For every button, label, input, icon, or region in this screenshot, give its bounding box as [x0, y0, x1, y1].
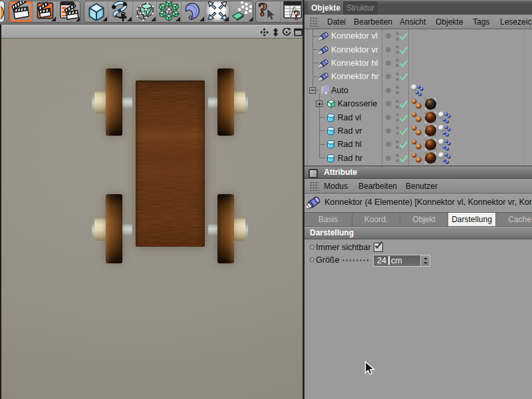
panel-tab-struktur[interactable]: Struktur [343, 1, 378, 15]
enabled-check-icon[interactable] [399, 154, 408, 166]
object-row-konnektor-hr[interactable]: Konnektor hr [303, 70, 532, 83]
menu-modus[interactable]: Modus [324, 179, 348, 194]
toolbar-button-content-browser[interactable]: ? [281, 1, 305, 22]
stepper-down-icon[interactable] [424, 262, 428, 264]
tag-phong-icon[interactable] [410, 111, 423, 124]
groesse-input-inner[interactable]: 24 cm [374, 255, 421, 266]
layer-dot[interactable] [386, 101, 391, 106]
submenu-corner-icon [51, 17, 56, 21]
immer-sichtbar-checkbox[interactable] [374, 243, 383, 252]
tag-dynamics-body-icon[interactable] [438, 138, 450, 151]
attr-tab-cache[interactable]: Cache [496, 213, 532, 226]
menu-lesezeich[interactable]: Lesezeich [500, 15, 532, 29]
viewport-left-edge [0, 25, 1, 399]
viewport-rotate-icon[interactable] [282, 27, 291, 36]
object-name[interactable]: Rad hr [338, 154, 363, 163]
stepper-up-icon[interactable] [424, 257, 428, 259]
attr-tab-basis[interactable]: Basis [305, 213, 352, 226]
tag-phong-icon[interactable] [410, 124, 423, 137]
tag-dynamics-body-icon[interactable] [410, 84, 423, 96]
toolbar-button-add-array-modeling[interactable] [157, 1, 181, 22]
object-name[interactable]: Rad hl [338, 140, 362, 149]
object-row-konnektor-vl[interactable]: Konnektor vl [303, 29, 532, 43]
object-name[interactable]: Konnektor hl [331, 59, 378, 68]
tag-texture-dark-icon[interactable] [424, 98, 437, 110]
param-dot-icon[interactable] [310, 245, 315, 249]
tag-dynamics-body-icon[interactable] [438, 111, 450, 124]
connector-icon [319, 45, 329, 58]
menu-datei[interactable]: Datei [327, 15, 346, 29]
object-row-karosserie[interactable]: Karosserie [303, 97, 532, 110]
object-name[interactable]: Konnektor vr [331, 45, 378, 55]
layer-dot[interactable] [386, 115, 391, 120]
toolbar-button-add-hypernurbs[interactable] [133, 1, 157, 22]
layer-dot[interactable] [386, 74, 391, 79]
layer-dot[interactable] [386, 156, 391, 161]
attr-tab-darstellung[interactable]: Darstellung [448, 213, 496, 226]
viewport-pan-icon[interactable] [260, 27, 269, 36]
layer-dot[interactable] [386, 47, 391, 53]
toolbar-button-add-environment[interactable] [205, 1, 229, 22]
tag-dynamics-body-icon[interactable] [438, 124, 450, 137]
tag-texture-wood-icon[interactable] [424, 111, 437, 124]
tag-phong-icon[interactable] [410, 98, 423, 110]
object-row-auto[interactable]: Auto [303, 84, 532, 97]
tag-texture-wood-icon[interactable] [424, 124, 437, 137]
toolbar-button-render-picture-viewer[interactable] [33, 1, 57, 22]
tag-phong-icon[interactable] [410, 152, 423, 164]
menubar-grip[interactable] [310, 182, 319, 191]
layer-dot[interactable] [386, 88, 391, 93]
object-name[interactable]: Karosserie [338, 99, 378, 108]
param-dot-icon[interactable] [310, 257, 315, 262]
toolbar-button-help[interactable]: ? [256, 1, 281, 22]
toolbar-button-add-bend-deformer[interactable] [182, 1, 205, 22]
toolbar-button-render-view[interactable] [9, 1, 33, 22]
layer-dot[interactable] [386, 128, 391, 134]
visibility-dot[interactable] [396, 91, 399, 94]
tag-phong-icon[interactable] [410, 138, 423, 151]
tag-texture-wood-icon[interactable] [424, 152, 437, 164]
object-row-konnektor-vr[interactable]: Konnektor vr [303, 43, 532, 56]
menu-objekte[interactable]: Objekte [436, 15, 463, 29]
axle-rear-right [208, 223, 218, 235]
layer-dot[interactable] [386, 142, 391, 147]
viewport-zoom-icon[interactable] [271, 27, 280, 36]
layer-dot[interactable] [386, 61, 391, 66]
object-name[interactable]: Auto [331, 86, 348, 95]
toolbar-button-render-settings[interactable] [57, 1, 80, 22]
menu-ansicht[interactable]: Ansicht [400, 15, 426, 29]
toolbar-button-add-particle-emitter[interactable] [230, 1, 253, 22]
attr-tab-objekt[interactable]: Objekt [400, 213, 448, 226]
toolbar-button-material-ball-partial[interactable] [0, 1, 5, 22]
menu-tags[interactable]: Tags [473, 15, 489, 29]
viewport-3d[interactable] [0, 39, 303, 399]
tag-texture-wood-icon[interactable] [424, 138, 437, 151]
svg-text:?: ? [293, 7, 301, 21]
groesse-input[interactable]: 24 cm [373, 255, 430, 267]
panel-square-icon[interactable] [309, 169, 318, 178]
expander-plus-icon[interactable] [316, 100, 323, 107]
object-row-rad-vr[interactable]: Rad vr [303, 124, 532, 138]
layer-dot[interactable] [386, 33, 391, 39]
expander-minus-icon[interactable] [309, 87, 316, 94]
object-name[interactable]: Rad vr [338, 126, 362, 136]
object-row-rad-hr[interactable]: Rad hr [303, 152, 532, 165]
menu-bearbeiten[interactable]: Bearbeiten [358, 179, 397, 194]
toolbar-button-add-spline[interactable] [108, 1, 132, 22]
object-name[interactable]: Rad vl [338, 113, 361, 122]
object-row-rad-vl[interactable]: Rad vl [303, 110, 532, 124]
object-name[interactable]: Konnektor hr [331, 72, 379, 81]
menubar-grip[interactable] [310, 17, 319, 27]
menu-bearbeiten[interactable]: Bearbeiten [354, 15, 392, 29]
panel-tab-objekte[interactable]: Objekte [308, 1, 344, 15]
attr-tab-koord[interactable]: Koord. [352, 213, 400, 226]
object-name[interactable]: Konnektor vl [331, 31, 377, 41]
object-row-rad-hl[interactable]: Rad hl [303, 138, 532, 151]
visibility-dot[interactable] [396, 86, 399, 89]
toolbar-button-add-cube-primitive[interactable] [84, 1, 108, 22]
viewport-maximize-icon[interactable] [294, 27, 303, 36]
tag-dynamics-body-icon[interactable] [438, 152, 450, 164]
object-row-konnektor-hl[interactable]: Konnektor hl [303, 57, 532, 70]
menu-benutzer[interactable]: Benutzer [406, 179, 438, 194]
groesse-stepper[interactable] [421, 255, 430, 266]
